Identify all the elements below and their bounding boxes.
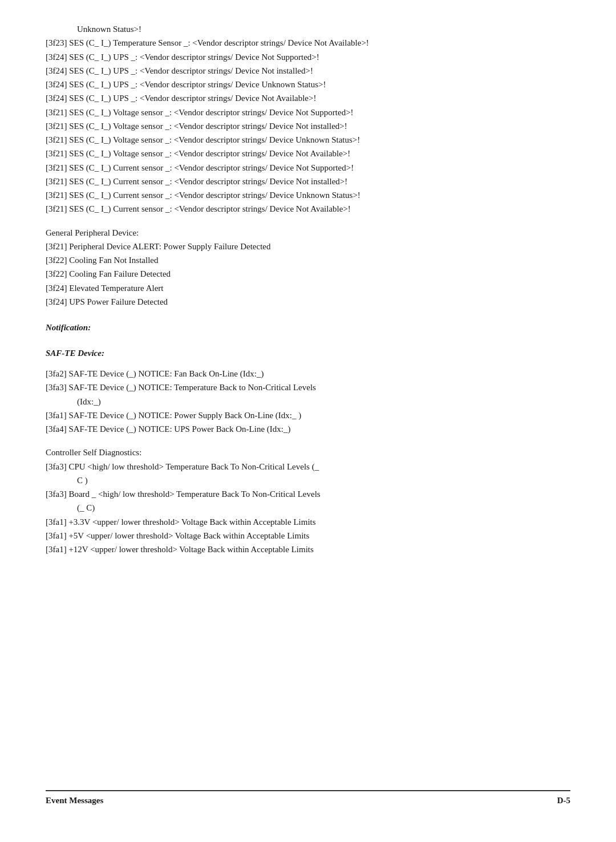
notification-heading: Notification: <box>46 321 570 334</box>
safte-section: [3fa2] SAF-TE Device (_) NOTICE: Fan Bac… <box>46 367 570 436</box>
controller-entry-2-cont: (_ C) <box>46 501 570 515</box>
entry-3f24-4: [3f24] SES (C_ I_) UPS _: <Vendor descri… <box>46 92 570 105</box>
controller-label: Controller Self Diagnostics: <box>46 446 570 459</box>
entry-3f24-1: [3f24] SES (C_ I_) UPS _: <Vendor descri… <box>46 51 570 64</box>
general-entry-4: [3f24] Elevated Temperature Alert <box>46 282 570 295</box>
content-area: Unknown Status>! [3f23] SES (C_ I_) Temp… <box>46 23 570 790</box>
controller-entry-4: [3fa1] +5V <upper/ lower threshold> Volt… <box>46 529 570 543</box>
entry-3f21-curr-4: [3f21] SES (C_ I_) Current sensor _: <Ve… <box>46 203 570 216</box>
safte-entry-1: [3fa2] SAF-TE Device (_) NOTICE: Fan Bac… <box>46 367 570 380</box>
controller-entry-1: [3fa3] CPU <high/ low threshold> Tempera… <box>46 460 570 473</box>
controller-section: Controller Self Diagnostics: [3fa3] CPU … <box>46 446 570 556</box>
safte-entry-2: [3fa3] SAF-TE Device (_) NOTICE: Tempera… <box>46 381 570 394</box>
safte-entry-4: [3fa4] SAF-TE Device (_) NOTICE: UPS Pow… <box>46 423 570 436</box>
controller-entry-5: [3fa1] +12V <upper/ lower threshold> Vol… <box>46 543 570 556</box>
entry-3f21-curr-2: [3f21] SES (C_ I_) Current sensor _: <Ve… <box>46 175 570 188</box>
top-entries: [3f23] SES (C_ I_) Temperature Sensor _:… <box>46 37 570 216</box>
entry-3f21-curr-3: [3f21] SES (C_ I_) Current sensor _: <Ve… <box>46 189 570 202</box>
entry-3f21-volt-2: [3f21] SES (C_ I_) Voltage sensor _: <Ve… <box>46 120 570 133</box>
entry-3f21-curr-1: [3f21] SES (C_ I_) Current sensor _: <Ve… <box>46 161 570 175</box>
controller-entry-1-cont: C ) <box>46 474 570 487</box>
general-entry-1: [3f21] Peripheral Device ALERT: Power Su… <box>46 240 570 253</box>
page-footer: Event Messages D-5 <box>46 790 570 808</box>
safte-entry-2-cont: (Idx:_) <box>46 395 570 408</box>
controller-entry-2: [3fa3] Board _ <high/ low threshold> Tem… <box>46 488 570 501</box>
general-entry-5: [3f24] UPS Power Failure Detected <box>46 295 570 309</box>
general-section: General Peripheral Device: [3f21] Periph… <box>46 226 570 309</box>
controller-entry-3: [3fa1] +3.3V <upper/ lower threshold> Vo… <box>46 516 570 529</box>
continuation-line: Unknown Status>! <box>46 23 570 36</box>
entry-3f24-2: [3f24] SES (C_ I_) UPS _: <Vendor descri… <box>46 64 570 78</box>
page-container: Unknown Status>! [3f23] SES (C_ I_) Temp… <box>0 0 616 842</box>
general-entry-3: [3f22] Cooling Fan Failure Detected <box>46 268 570 281</box>
footer-right-label: D-5 <box>557 796 570 805</box>
entry-3f21-volt-1: [3f21] SES (C_ I_) Voltage sensor _: <Ve… <box>46 106 570 119</box>
entry-3f21-volt-4: [3f21] SES (C_ I_) Voltage sensor _: <Ve… <box>46 147 570 160</box>
general-entry-2: [3f22] Cooling Fan Not Installed <box>46 254 570 267</box>
safte-entry-3: [3fa1] SAF-TE Device (_) NOTICE: Power S… <box>46 409 570 422</box>
entry-3f21-volt-3: [3f21] SES (C_ I_) Voltage sensor _: <Ve… <box>46 133 570 147</box>
safte-heading: SAF-TE Device: <box>46 347 570 360</box>
footer-left-label: Event Messages <box>46 796 103 805</box>
entry-3f23: [3f23] SES (C_ I_) Temperature Sensor _:… <box>46 37 570 50</box>
general-label: General Peripheral Device: <box>46 226 570 240</box>
entry-3f24-3: [3f24] SES (C_ I_) UPS _: <Vendor descri… <box>46 78 570 91</box>
